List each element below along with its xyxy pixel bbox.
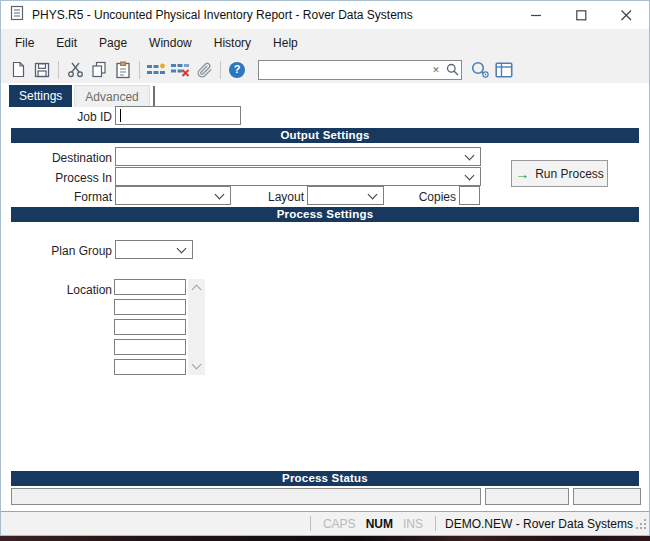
status-message-field bbox=[11, 488, 481, 505]
search-clear-icon[interactable] bbox=[429, 65, 443, 75]
minimize-button[interactable] bbox=[514, 1, 559, 29]
save-icon bbox=[34, 62, 50, 78]
chevron-down-icon bbox=[465, 150, 475, 160]
copy-icon bbox=[91, 61, 107, 78]
new-document-icon bbox=[11, 61, 26, 78]
ins-indicator: INS bbox=[403, 517, 423, 531]
statusbar-separator bbox=[310, 516, 311, 531]
search-preview-button[interactable] bbox=[468, 58, 492, 81]
minimize-icon bbox=[531, 10, 542, 21]
process-settings-header: Process Settings bbox=[11, 207, 639, 222]
toolbar-separator bbox=[139, 61, 140, 79]
help-button[interactable] bbox=[225, 58, 249, 81]
paste-icon bbox=[115, 61, 131, 79]
app-document-icon bbox=[10, 5, 24, 25]
search-preview-icon bbox=[470, 61, 490, 79]
tab-settings[interactable]: Settings bbox=[9, 85, 72, 107]
toolbar bbox=[1, 56, 649, 83]
process-status-header: Process Status bbox=[11, 471, 639, 486]
run-arrow-icon bbox=[515, 167, 529, 181]
tab-strip-endmark bbox=[153, 86, 155, 107]
status-field-2 bbox=[485, 488, 569, 505]
chevron-down-icon bbox=[177, 243, 187, 253]
location-scrollbar[interactable] bbox=[188, 279, 205, 375]
run-process-button[interactable]: Run Process bbox=[511, 160, 608, 187]
new-document-button[interactable] bbox=[6, 58, 30, 81]
menu-bar: File Edit Page Window History Help bbox=[1, 29, 649, 56]
delete-row-button[interactable] bbox=[168, 58, 192, 81]
tab-strip: Settings Advanced bbox=[9, 84, 155, 107]
attachment-icon bbox=[196, 61, 213, 79]
location-input-4[interactable] bbox=[114, 339, 186, 355]
cut-icon bbox=[67, 61, 84, 78]
plan-group-select[interactable] bbox=[115, 240, 193, 259]
location-input-3[interactable] bbox=[114, 319, 186, 335]
close-icon bbox=[621, 10, 632, 21]
status-field-3 bbox=[573, 488, 641, 505]
location-label: Location bbox=[12, 283, 112, 297]
process-in-select[interactable] bbox=[115, 167, 481, 186]
copies-input[interactable] bbox=[459, 186, 480, 205]
delete-row-icon bbox=[170, 62, 190, 77]
menu-file[interactable]: File bbox=[4, 31, 45, 55]
paste-button[interactable] bbox=[111, 58, 135, 81]
scroll-down-icon[interactable] bbox=[191, 360, 201, 370]
toolbar-separator bbox=[58, 61, 59, 79]
menu-page[interactable]: Page bbox=[88, 31, 138, 55]
save-button[interactable] bbox=[30, 58, 54, 81]
output-settings-header: Output Settings bbox=[11, 128, 639, 143]
attachment-button[interactable] bbox=[192, 58, 216, 81]
plan-group-label: Plan Group bbox=[12, 244, 112, 258]
layout-label: Layout bbox=[204, 190, 304, 204]
format-label: Format bbox=[12, 190, 112, 204]
window-title: PHYS.R5 - Uncounted Physical Inventory R… bbox=[32, 8, 413, 22]
layout-panel-button[interactable] bbox=[492, 58, 516, 81]
menu-history[interactable]: History bbox=[203, 31, 262, 55]
num-indicator: NUM bbox=[366, 517, 393, 531]
menu-help[interactable]: Help bbox=[262, 31, 309, 55]
search-box bbox=[258, 60, 462, 80]
statusbar-separator bbox=[435, 516, 436, 531]
toolbar-separator bbox=[220, 61, 221, 79]
location-input-1[interactable] bbox=[114, 279, 186, 295]
layout-panel-icon bbox=[495, 62, 513, 78]
copy-button[interactable] bbox=[87, 58, 111, 81]
job-id-label: Job ID bbox=[12, 110, 112, 124]
session-label: DEMO.NEW - Rover Data Systems bbox=[445, 517, 633, 531]
process-in-label: Process In bbox=[12, 171, 112, 185]
text-caret bbox=[120, 109, 121, 122]
close-button[interactable] bbox=[604, 1, 649, 29]
screen: PHYS.R5 - Uncounted Physical Inventory R… bbox=[0, 0, 650, 541]
run-process-label: Run Process bbox=[535, 167, 604, 181]
maximize-button[interactable] bbox=[559, 1, 604, 29]
caps-indicator: CAPS bbox=[323, 517, 356, 531]
app-window: PHYS.R5 - Uncounted Physical Inventory R… bbox=[0, 0, 650, 536]
copies-label: Copies bbox=[356, 190, 456, 204]
cut-button[interactable] bbox=[63, 58, 87, 81]
destination-select[interactable] bbox=[115, 147, 481, 166]
job-id-input[interactable] bbox=[115, 106, 241, 125]
desktop-edge bbox=[0, 536, 650, 541]
insert-row-icon bbox=[146, 62, 166, 77]
maximize-icon bbox=[576, 10, 587, 21]
insert-row-button[interactable] bbox=[144, 58, 168, 81]
location-input-5[interactable] bbox=[114, 359, 186, 375]
tab-advanced[interactable]: Advanced bbox=[74, 85, 149, 107]
resize-grip[interactable] bbox=[635, 518, 647, 533]
scroll-up-icon[interactable] bbox=[191, 285, 201, 295]
chevron-down-icon bbox=[465, 170, 475, 180]
status-bar: CAPS NUM INS DEMO.NEW - Rover Data Syste… bbox=[1, 511, 649, 535]
search-icon[interactable] bbox=[443, 63, 461, 76]
title-bar[interactable]: PHYS.R5 - Uncounted Physical Inventory R… bbox=[1, 1, 649, 29]
help-icon bbox=[229, 62, 245, 78]
location-input-2[interactable] bbox=[114, 299, 186, 315]
menu-window[interactable]: Window bbox=[138, 31, 203, 55]
destination-label: Destination bbox=[12, 151, 112, 165]
search-input[interactable] bbox=[259, 62, 429, 78]
form-area: Settings Advanced Job ID Output Settings… bbox=[1, 83, 649, 511]
menu-edit[interactable]: Edit bbox=[45, 31, 88, 55]
